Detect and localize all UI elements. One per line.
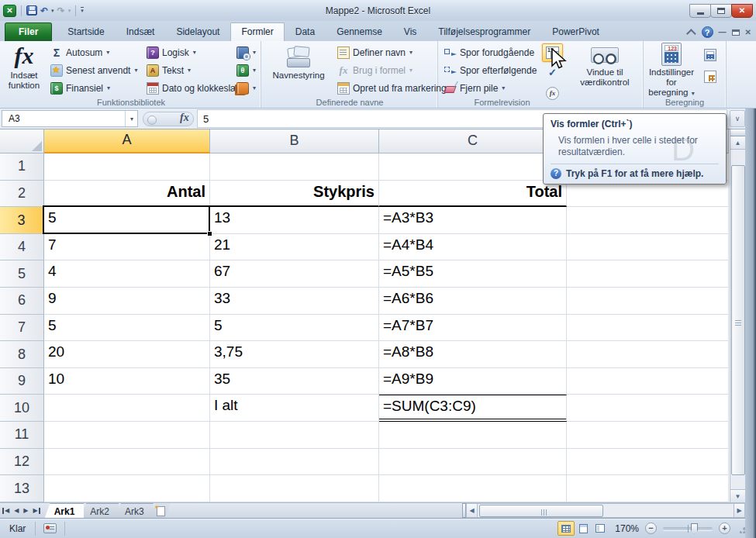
use-in-formula-button[interactable]: fx Brug i formel▾ [335, 62, 415, 78]
trace-precedents-button[interactable]: Spor forudgående [442, 44, 537, 60]
cell-B12[interactable] [210, 449, 379, 476]
save-button[interactable] [26, 5, 37, 16]
ribbon-tab-formler[interactable]: Formler [230, 22, 284, 41]
prev-sheet-button[interactable]: ◀ [14, 507, 19, 514]
row-header-3[interactable]: 3 [0, 207, 44, 234]
scroll-right-icon[interactable]: ▶ [734, 503, 745, 518]
ribbon-tab-gennemse[interactable]: Gennemse [326, 22, 393, 41]
last-sheet-button[interactable]: ▶ [33, 507, 40, 514]
ribbon-tab-filer[interactable]: Filer [5, 22, 52, 41]
col-header-c[interactable]: C [379, 129, 567, 153]
page-break-view-button[interactable] [592, 521, 609, 536]
cell-A1[interactable] [44, 153, 210, 181]
name-box[interactable]: A3 ▾ [2, 110, 138, 127]
ribbon-tab-sidelayout[interactable]: Sidelayout [165, 22, 230, 41]
undo-dropdown[interactable]: ▾ [51, 8, 54, 14]
row-header-2[interactable]: 2 [0, 181, 44, 208]
watch-window-button[interactable]: Vindue tilværdikontrol [569, 43, 640, 105]
row-header-8[interactable]: 8 [0, 341, 44, 368]
row-header-4[interactable]: 4 [0, 234, 44, 261]
cell-C4[interactable]: =A4*B4 [379, 234, 567, 261]
expand-formula-bar-icon[interactable]: ∨ [730, 110, 745, 127]
col-header-b[interactable]: B [210, 129, 379, 153]
define-name-button[interactable]: Definer navn▾ [335, 44, 415, 60]
financial-button[interactable]: $ Finansiel▾ [48, 80, 112, 96]
cell-B4[interactable]: 21 [210, 234, 379, 261]
macro-record-icon[interactable] [43, 523, 57, 533]
zoom-slider[interactable] [663, 527, 713, 530]
calculate-now-button[interactable] [699, 46, 720, 64]
cell-C3[interactable]: =A3*B3 [379, 207, 567, 234]
workbook-minimize-icon[interactable]: — [719, 28, 727, 36]
minimize-button[interactable] [689, 4, 711, 18]
cell-B2[interactable]: Stykpris [210, 181, 379, 208]
cell-D3[interactable] [567, 207, 729, 234]
vertical-scrollbar[interactable]: ▲ ▼ [730, 129, 745, 502]
name-box-dropdown-icon[interactable]: ▾ [130, 116, 133, 122]
workbook-close-icon[interactable]: ✕ [745, 28, 751, 36]
cell-C6[interactable]: =A6*B6 [379, 288, 567, 315]
cell-C8[interactable]: =A8*B8 [379, 341, 567, 368]
first-sheet-button[interactable]: ◀ [2, 507, 9, 514]
next-sheet-button[interactable]: ▶ [23, 507, 28, 514]
calculate-sheet-button[interactable] [699, 67, 720, 86]
cell-A5[interactable]: 4 [44, 260, 210, 288]
horizontal-scrollbar[interactable] [478, 503, 734, 518]
cell-C5[interactable]: =A5*B5 [379, 260, 567, 288]
ribbon-tab-vis[interactable]: Vis [393, 22, 427, 41]
cell-B10[interactable]: I alt [210, 395, 379, 422]
row-header-9[interactable]: 9 [0, 368, 44, 395]
cell-B6[interactable]: 33 [210, 288, 379, 315]
zoom-slider-thumb[interactable] [691, 523, 698, 534]
cell-A9[interactable]: 10 [44, 368, 210, 395]
customize-qat-button[interactable]: ▾ [81, 7, 84, 14]
create-from-selection-button[interactable]: Opret ud fra markering [335, 80, 449, 96]
remove-arrows-button[interactable]: Fjern pile▾ [442, 80, 507, 96]
scroll-up-icon[interactable]: ▲ [730, 136, 745, 150]
cell-A7[interactable]: 5 [44, 315, 210, 342]
cell-C9[interactable]: =A9*B9 [379, 368, 567, 395]
row-header-6[interactable]: 6 [0, 288, 44, 315]
horizontal-scroll-thumb[interactable] [479, 505, 603, 517]
cell-A2[interactable]: Antal [44, 181, 210, 208]
sheet-tab-ark1[interactable]: Ark1 [45, 503, 85, 518]
cell-B13[interactable] [210, 475, 379, 502]
excel-logo-icon[interactable]: ✕ [3, 5, 16, 17]
sheet-tab-ark2[interactable]: Ark2 [81, 503, 119, 518]
page-layout-view-button[interactable] [575, 521, 592, 536]
maximize-button[interactable] [710, 4, 732, 18]
cell-B1[interactable] [210, 153, 379, 181]
cell-B9[interactable]: 35 [210, 368, 379, 395]
scroll-down-icon[interactable]: ▼ [730, 489, 745, 502]
zoom-in-button[interactable]: + [719, 522, 730, 534]
cell-D7[interactable] [567, 315, 729, 342]
cell-D9[interactable] [567, 368, 729, 395]
trace-dependents-button[interactable]: Spor efterfølgende [442, 62, 539, 78]
cell-B3[interactable]: 13 [210, 207, 379, 234]
cell-C11[interactable] [379, 422, 567, 449]
ribbon-tab-indsæt[interactable]: Indsæt [116, 22, 166, 41]
more-functions-button[interactable]: ▾ [234, 80, 258, 96]
row-header-12[interactable]: 12 [0, 449, 44, 476]
cell-D8[interactable] [567, 341, 729, 368]
close-button[interactable]: ✕ [731, 4, 753, 18]
ribbon-tab-powerpivot[interactable]: PowerPivot [541, 22, 610, 41]
cell-D4[interactable] [567, 234, 729, 261]
ribbon-tab-data[interactable]: Data [285, 22, 326, 41]
cell-C13[interactable] [379, 475, 567, 502]
cell-C2[interactable]: Total [379, 181, 567, 208]
math-trig-button[interactable]: θ▾ [234, 62, 258, 78]
cell-B7[interactable]: 5 [210, 315, 379, 342]
ribbon-tab-tilføjelsesprogrammer[interactable]: Tilføjelsesprogrammer [427, 22, 541, 41]
cell-B5[interactable]: 67 [210, 260, 379, 288]
select-all-corner[interactable] [0, 129, 44, 153]
split-handle[interactable] [730, 129, 745, 136]
row-header-13[interactable]: 13 [0, 475, 44, 502]
zoom-level[interactable]: 170% [615, 523, 639, 534]
insert-function-button[interactable]: fx Indsætfunktion [3, 43, 45, 105]
cell-A12[interactable] [44, 449, 210, 476]
cell-D11[interactable] [567, 422, 729, 449]
col-header-a[interactable]: A [44, 129, 210, 153]
lookup-reference-button[interactable]: ▾ [234, 44, 258, 60]
fx-label-icon[interactable]: fx [180, 112, 189, 124]
